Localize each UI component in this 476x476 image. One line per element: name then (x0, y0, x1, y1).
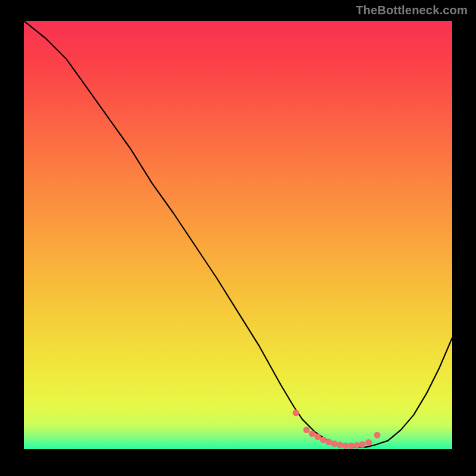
dot-point (293, 409, 299, 416)
chart-container: TheBottleneck.com (0, 0, 476, 476)
curve-layer (24, 21, 452, 449)
dot-point (314, 434, 321, 440)
dot-point (374, 432, 381, 439)
bottom-dots (293, 409, 381, 449)
dot-point (342, 443, 349, 449)
watermark-text: TheBottleneck.com (356, 4, 468, 17)
dot-point (348, 443, 355, 449)
plot-area (24, 21, 452, 449)
dot-point (331, 440, 338, 447)
dot-point (303, 427, 310, 433)
dot-point (359, 441, 365, 448)
dot-point (353, 442, 360, 449)
dot-point (365, 439, 372, 446)
dot-point (337, 441, 343, 448)
dot-point (309, 431, 315, 437)
dot-point (325, 439, 332, 445)
curve-line (24, 21, 452, 447)
dot-point (320, 437, 327, 443)
